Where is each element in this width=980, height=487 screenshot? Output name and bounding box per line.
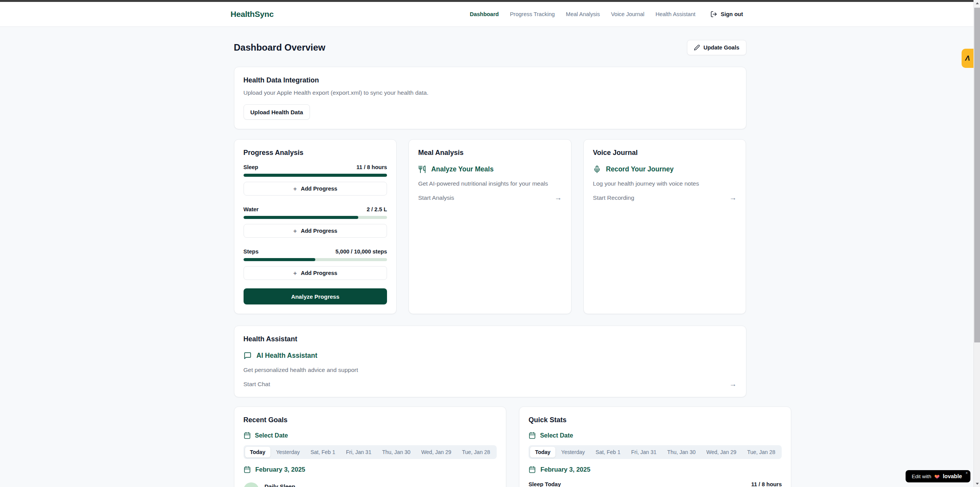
calendar-icon (244, 466, 251, 473)
tab-fri-jan-31[interactable]: Fri, Jan 31 (341, 447, 376, 457)
sleep-goal-section: Sleep 11 / 8 hours + Add Progress (244, 164, 387, 196)
current-date-label: February 3, 2025 (255, 466, 305, 473)
quick-stats-current-date[interactable]: February 3, 2025 (529, 466, 782, 473)
edit-with-lovable-badge[interactable]: Edit with lovable × (906, 470, 970, 482)
recent-goals-card: Recent Goals Select Date Today Yesterday… (234, 406, 506, 487)
quick-stats-select-date[interactable]: Select Date (529, 432, 782, 439)
record-your-journey-label: Record Your Journey (606, 165, 674, 173)
meal-analysis-card: Meal Analysis Analyze Your Meals Get AI-… (408, 139, 572, 314)
lovable-brand-label: lovable (943, 473, 962, 479)
side-tab-logo-icon: Λ (965, 54, 970, 63)
water-value: 2 / 2.5 L (367, 206, 387, 212)
plus-icon: + (293, 228, 297, 234)
sign-out-button[interactable]: Sign out (710, 11, 743, 18)
tab-yesterday[interactable]: Yesterday (556, 447, 590, 457)
voice-journal-card: Voice Journal Record Your Journey Log yo… (583, 139, 746, 314)
analyze-progress-button[interactable]: Analyze Progress (244, 288, 387, 304)
feedback-side-tab[interactable]: Λ (962, 49, 973, 68)
vertical-scrollbar[interactable] (973, 0, 980, 487)
plus-icon: + (293, 186, 297, 192)
calendar-icon (529, 432, 536, 439)
tab-fri-jan-31[interactable]: Fri, Jan 31 (626, 447, 661, 457)
log-out-icon (710, 11, 717, 18)
tab-wed-jan-29[interactable]: Wed, Jan 29 (416, 447, 456, 457)
update-goals-button[interactable]: Update Goals (687, 40, 746, 55)
app-logo[interactable]: HealthSync (231, 10, 273, 19)
nav-dashboard[interactable]: Dashboard (470, 11, 499, 17)
update-goals-label: Update Goals (703, 44, 739, 51)
voice-description: Log your health journey with voice notes (593, 180, 737, 187)
nav-health-assistant[interactable]: Health Assistant (656, 11, 695, 17)
chat-bubble-icon (244, 352, 252, 360)
page-title: Dashboard Overview (234, 42, 326, 53)
tab-tue-jan-28[interactable]: Tue, Jan 28 (457, 447, 495, 457)
quick-stats-title: Quick Stats (529, 416, 782, 424)
nav-voice-journal[interactable]: Voice Journal (611, 11, 644, 17)
nav-progress-tracking[interactable]: Progress Tracking (510, 11, 555, 17)
scrollbar-thumb[interactable] (974, 8, 980, 342)
steps-add-progress-button[interactable]: + Add Progress (244, 266, 387, 280)
start-chat-action[interactable]: Start Chat → (244, 380, 737, 388)
assistant-description: Get personalized health advice and suppo… (244, 367, 737, 373)
arrow-right-icon: → (555, 194, 562, 201)
record-your-journey-link[interactable]: Record Your Journey (593, 165, 737, 173)
integration-description: Upload your Apple Health export (export.… (244, 89, 737, 96)
add-progress-label: Add Progress (301, 270, 337, 276)
start-recording-label: Start Recording (593, 194, 634, 201)
steps-label: Steps (244, 248, 259, 255)
select-date-label: Select Date (255, 432, 288, 439)
edit-with-label: Edit with (912, 474, 931, 479)
scrollbar-up-button[interactable] (974, 0, 980, 7)
start-analysis-label: Start Analysis (418, 194, 454, 201)
start-analysis-action[interactable]: Start Analysis → (418, 194, 562, 201)
tab-wed-jan-29[interactable]: Wed, Jan 29 (702, 447, 741, 457)
meal-description: Get AI-powered nutritional insights for … (418, 180, 562, 187)
sign-out-label: Sign out (721, 11, 743, 17)
upload-health-data-button[interactable]: Upload Health Data (244, 104, 310, 120)
sleep-label: Sleep (244, 164, 259, 170)
health-assistant-card: Health Assistant AI Health Assistant Get… (234, 326, 746, 397)
steps-progress-fill (244, 258, 315, 261)
tab-yesterday[interactable]: Yesterday (271, 447, 305, 457)
water-goal-section: Water 2 / 2.5 L + Add Progress (244, 206, 387, 238)
tab-sat-feb-1[interactable]: Sat, Feb 1 (591, 447, 626, 457)
tab-today[interactable]: Today (245, 447, 270, 457)
select-date-label: Select Date (540, 432, 573, 439)
health-data-integration-card: Health Data Integration Upload your Appl… (234, 67, 746, 129)
main-content: Dashboard Overview Update Goals Health D… (234, 0, 746, 487)
steps-progress-bar (244, 258, 387, 261)
calendar-icon (529, 466, 536, 473)
water-add-progress-button[interactable]: + Add Progress (244, 224, 387, 238)
tab-today[interactable]: Today (530, 447, 555, 457)
close-icon[interactable]: × (965, 471, 968, 475)
ai-health-assistant-link[interactable]: AI Health Assistant (244, 352, 737, 360)
water-progress-bar (244, 216, 387, 219)
health-assistant-title: Health Assistant (244, 335, 737, 343)
sleep-today-value: 11 / 8 hours (751, 481, 782, 487)
integration-title: Health Data Integration (244, 76, 737, 84)
analyze-your-meals-link[interactable]: Analyze Your Meals (418, 165, 562, 173)
up-arrow-icon (976, 2, 979, 4)
recent-goals-title: Recent Goals (244, 416, 497, 424)
ai-health-assistant-label: AI Health Assistant (257, 352, 318, 360)
arrow-right-icon: → (730, 380, 737, 388)
start-recording-action[interactable]: Start Recording → (593, 194, 737, 201)
recent-goals-select-date[interactable]: Select Date (244, 432, 497, 439)
sleep-value: 11 / 8 hours (356, 164, 387, 170)
recent-goals-current-date[interactable]: February 3, 2025 (244, 466, 497, 473)
current-date-label: February 3, 2025 (540, 466, 590, 473)
daily-sleep-goal-item: Daily Sleep 11 / 8 hours (244, 482, 497, 487)
add-progress-label: Add Progress (301, 186, 337, 192)
progress-analysis-title: Progress Analysis (244, 149, 387, 157)
tab-tue-jan-28[interactable]: Tue, Jan 28 (742, 447, 780, 457)
progress-analysis-card: Progress Analysis Sleep 11 / 8 hours + A… (234, 139, 397, 314)
sleep-add-progress-button[interactable]: + Add Progress (244, 182, 387, 196)
down-arrow-icon (976, 483, 979, 485)
nav-meal-analysis[interactable]: Meal Analysis (566, 11, 600, 17)
tab-thu-jan-30[interactable]: Thu, Jan 30 (662, 447, 701, 457)
microphone-icon (593, 165, 601, 173)
scrollbar-down-button[interactable] (974, 480, 980, 487)
sleep-progress-bar (244, 174, 387, 177)
tab-sat-feb-1[interactable]: Sat, Feb 1 (305, 447, 340, 457)
tab-thu-jan-30[interactable]: Thu, Jan 30 (377, 447, 415, 457)
